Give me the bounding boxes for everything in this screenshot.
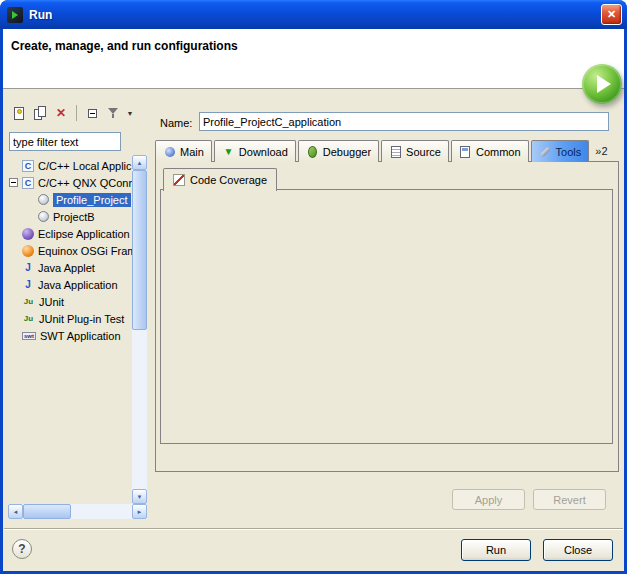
tree-item-java-applet[interactable]: J Java Applet [8,259,132,276]
tree-item-label: Profile_Project [53,193,131,207]
tree-item-cpp-qnx-qconn[interactable]: C C/C++ QNX QConn [8,174,132,191]
java-applet-icon: J [22,262,34,273]
tree-item-label: Equinox OSGi Fram [38,245,132,257]
tab-label: Main [180,146,204,158]
scroll-down-icon: ▼ [137,494,143,500]
scroll-right-button[interactable]: ► [132,504,147,519]
c-cpp-icon: C [22,177,34,189]
tree-item-eclipse-application[interactable]: Eclipse Application [8,225,132,242]
app-icon[interactable] [7,7,23,23]
configuration-name-input[interactable] [199,112,609,131]
tree-item-junit[interactable]: Ju JUnit [8,293,132,310]
launch-config-icon [38,211,49,222]
equinox-osgi-icon [22,245,34,257]
run-dialog: Run ✕ Create, manage, and run configurat… [0,0,627,574]
debugger-tab-icon [306,145,319,158]
dialog-header-title: Create, manage, and run configurations [11,39,238,53]
filter-icon [108,108,118,118]
tree-item-cpp-local-application[interactable]: C C/C++ Local Applic [8,157,132,174]
tree-item-label: JUnit Plug-in Test [39,313,124,325]
tree-item-profile-projectc[interactable]: Profile_Project [8,191,132,208]
config-tab-bar: Main ▼ Download Debugger Source Common T… [155,140,608,162]
tree-item-label: Java Application [38,279,118,291]
tree-vscroll-thumb[interactable] [132,170,147,330]
tree-hscroll-thumb[interactable] [23,504,71,519]
scroll-up-button[interactable]: ▲ [132,155,147,170]
dialog-header: Create, manage, and run configurations [3,29,624,89]
collapse-all-icon [88,109,97,118]
tree-item-label: Eclipse Application [38,228,130,240]
tab-download[interactable]: ▼ Download [214,140,296,162]
filter-button[interactable] [104,104,122,122]
help-icon: ? [18,542,25,556]
filter-text-input[interactable] [9,132,121,151]
filter-menu-button[interactable]: ▼ [125,104,135,122]
close-button[interactable]: ✕ [601,4,622,25]
new-configuration-button[interactable] [10,104,28,122]
tree-item-label: SWT Application [40,330,121,342]
run-button[interactable]: Run [461,539,531,561]
tab-debugger[interactable]: Debugger [298,140,379,162]
tab-label: Debugger [323,146,371,158]
configurations-tree: C C/C++ Local Applic C C/C++ QNX QConn P… [8,155,132,504]
tree-item-swt-application[interactable]: swt SWT Application [8,327,132,344]
scroll-right-icon: ► [137,509,143,515]
delete-configuration-button[interactable]: ✕ [52,104,70,122]
tab-tools[interactable]: Tools [531,140,590,162]
eclipse-app-icon [22,228,34,240]
tree-vertical-scrollbar[interactable]: ▲ ▼ [132,155,147,504]
copy-page-front-icon [38,106,46,117]
subtab-code-coverage[interactable]: Code Coverage [163,168,277,191]
close-icon: ✕ [607,8,616,21]
tab-label: Common [476,146,521,158]
footer-separator [4,528,623,530]
tab-overflow-chevron[interactable]: »2 [595,145,607,157]
window-title: Run [29,8,52,22]
scroll-down-button[interactable]: ▼ [132,489,147,504]
code-coverage-panel [160,189,613,444]
c-cpp-icon: C [22,160,34,172]
download-tab-icon: ▼ [222,145,235,158]
scroll-left-icon: ◄ [13,509,19,515]
tree-item-junit-plugin-test[interactable]: Ju JUnit Plug-in Test [8,310,132,327]
titlebar[interactable]: Run ✕ [0,0,627,29]
tree-item-label: C/C++ Local Applic [38,160,132,172]
tree-item-equinox-osgi[interactable]: Equinox OSGi Fram [8,242,132,259]
collapse-all-button[interactable] [83,104,101,122]
delete-icon: ✕ [56,107,66,119]
main-tab-icon [163,145,176,158]
close-dialog-button[interactable]: Close [543,539,613,561]
toolbar-separator [76,105,77,121]
name-label: Name: [160,117,192,129]
tools-tab-icon [539,145,552,158]
tree-item-projectb[interactable]: ProjectB [8,208,132,225]
tree-item-java-application[interactable]: J Java Application [8,276,132,293]
tree-item-label: C/C++ QNX QConn [38,177,132,189]
swt-app-icon: swt [22,332,36,340]
subtab-label: Code Coverage [190,174,267,186]
tab-label: Download [239,146,288,158]
tree-horizontal-scrollbar[interactable]: ◄ ► [8,504,147,519]
new-config-icon [14,107,24,120]
launch-config-icon [38,194,49,205]
duplicate-configuration-button[interactable] [31,104,49,122]
tab-common[interactable]: Common [451,140,529,162]
apply-button[interactable]: Apply [452,489,525,510]
code-coverage-icon [173,174,185,186]
config-toolbar: ✕ ▼ [10,103,135,123]
tab-label: Source [406,146,441,158]
junit-plugin-icon: Ju [22,314,35,323]
collapse-expander-icon[interactable] [9,178,18,187]
tab-source[interactable]: Source [381,140,449,162]
help-button[interactable]: ? [12,539,32,559]
run-banner-icon [582,64,622,104]
common-tab-icon [459,145,472,158]
scroll-left-button[interactable]: ◄ [8,504,23,519]
tree-item-label: Java Applet [38,262,95,274]
revert-button[interactable]: Revert [533,489,606,510]
source-tab-icon [389,145,402,158]
tree-item-label: ProjectB [53,211,95,223]
tab-main[interactable]: Main [155,140,212,162]
junit-icon: Ju [22,297,35,306]
tab-label: Tools [556,146,582,158]
